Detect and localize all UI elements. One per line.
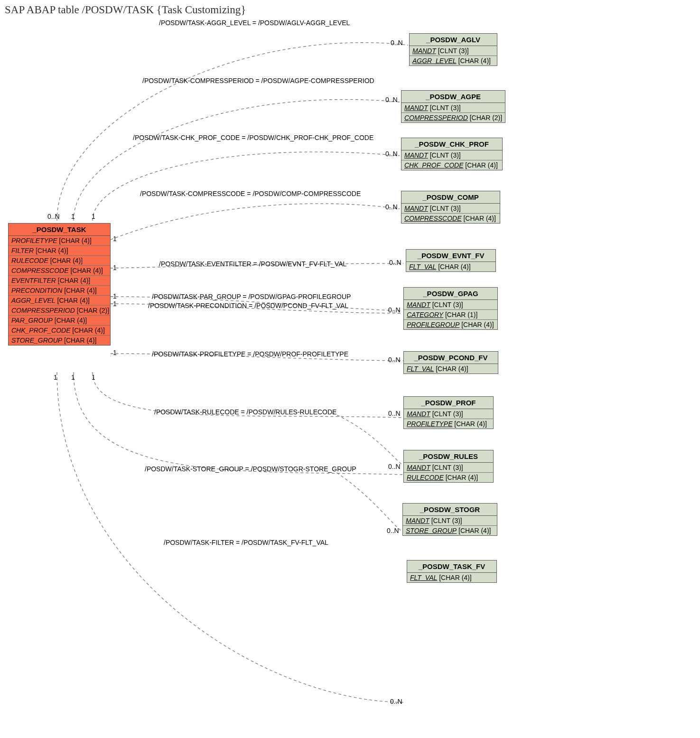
field-type: [CHAR (4)] [458, 57, 491, 65]
field-name: COMPRESSPERIOD [11, 307, 75, 314]
field-type: [CLNT (3)] [430, 205, 461, 212]
field-type: [CLNT (3)] [432, 410, 463, 418]
field-type: [CHAR (4)] [58, 277, 90, 284]
field-type: [CHAR (4)] [55, 317, 87, 324]
field-type: [CHAR (4)] [64, 336, 96, 344]
field-type: [CHAR (1)] [445, 311, 477, 318]
entity-header: _POSDW_PCOND_FV [404, 352, 498, 364]
cardinality: 1 [113, 235, 117, 243]
entity-header: _POSDW_COMP [401, 191, 500, 204]
cardinality: 1 [113, 349, 117, 356]
field-name: CHK_PROF_CODE [11, 327, 70, 334]
field-type: [CHAR (4)] [50, 257, 83, 264]
field-type: [CHAR (4)] [463, 215, 495, 222]
relationship-edges [0, 0, 700, 738]
cardinality: 0..N [385, 96, 398, 103]
field-name: STORE_GROUP [11, 336, 62, 344]
field-type: [CLNT (3)] [438, 47, 469, 55]
entity-header: _POSDW_CHK_PROF [401, 138, 502, 150]
field-name: MANDT [407, 410, 430, 418]
cardinality: 0..N [390, 698, 402, 705]
field-name: CHK_PROF_CODE [404, 161, 463, 169]
field-name: FLT_VAL [409, 263, 436, 271]
relation-label: /POSDW/TASK-RULECODE = /POSDW/RULES-RULE… [154, 408, 336, 416]
field-type: [CHAR (4)] [70, 267, 103, 274]
relation-label: /POSDW/TASK-PAR_GROUP = /POSDW/GPAG-PROF… [152, 293, 351, 300]
field-name: FLT_VAL [410, 574, 437, 581]
field-name: FLT_VAL [407, 365, 434, 373]
field-name: MANDT [404, 151, 428, 159]
entity-posdw-evnt-fv: _POSDW_EVNT_FV FLT_VAL [CHAR (4)] [406, 249, 496, 272]
cardinality: 1 [92, 213, 95, 220]
field-type: [CLNT (3)] [430, 104, 461, 112]
field-name: PROFILEGROUP [407, 321, 459, 328]
field-name: RULECODE [407, 474, 444, 481]
field-type: [CHAR (4)] [436, 365, 468, 373]
er-diagram: SAP ABAP table /POSDW/TASK {Task Customi… [0, 0, 700, 738]
field-type: [CHAR (4)] [458, 527, 491, 534]
entity-header: _POSDW_TASK_FV [407, 561, 496, 573]
relation-label: /POSDW/TASK-COMPRESSPERIOD = /POSDW/AGPE… [142, 77, 374, 84]
field-name: FILTER [11, 247, 34, 254]
field-name: MANDT [404, 104, 428, 112]
cardinality: 0..N [47, 213, 60, 220]
entity-header: _POSDW_TASK [9, 224, 110, 236]
field-type: [CHAR (4)] [57, 297, 90, 304]
entity-header: _POSDW_STOGR [403, 504, 497, 516]
field-name: AGGR_LEVEL [412, 57, 457, 65]
diagram-title: SAP ABAP table /POSDW/TASK {Task Customi… [5, 4, 246, 16]
field-name: AGGR_LEVEL [11, 297, 56, 304]
entity-posdw-comp: _POSDW_COMP MANDT [CLNT (3)] COMPRESSCOD… [401, 191, 500, 224]
cardinality: 0..N [388, 410, 401, 417]
entity-header: _POSDW_RULES [404, 450, 493, 463]
cardinality: 1 [113, 264, 117, 271]
field-type: [CLNT (3)] [432, 464, 463, 471]
cardinality: 0..N [385, 203, 398, 211]
entity-header: _POSDW_EVNT_FV [406, 250, 495, 262]
cardinality: 0..N [388, 306, 401, 314]
cardinality: 0..N [385, 150, 398, 158]
field-type: [CLNT (3)] [430, 151, 461, 159]
cardinality: 1 [113, 292, 117, 300]
field-name: PAR_GROUP [11, 317, 53, 324]
entity-posdw-task: _POSDW_TASK PROFILETYPE [CHAR (4)] FILTE… [8, 223, 111, 346]
entity-posdw-task-fv: _POSDW_TASK_FV FLT_VAL [CHAR (4)] [407, 560, 497, 583]
field-type: [CHAR (2)] [77, 307, 109, 314]
field-name: MANDT [404, 205, 428, 212]
cardinality: 0..N [391, 39, 403, 47]
entity-header: _POSDW_PROF [404, 397, 493, 409]
entity-posdw-chk-prof: _POSDW_CHK_PROF MANDT [CLNT (3)] CHK_PRO… [401, 138, 503, 170]
relation-label: /POSDW/TASK-FILTER = /POSDW/TASK_FV-FLT_… [164, 539, 328, 546]
cardinality: 0..N [388, 463, 401, 470]
cardinality: 0..N [389, 259, 401, 266]
field-type: [CHAR (2)] [470, 114, 502, 121]
field-name: MANDT [406, 517, 429, 524]
cardinality: 1 [71, 213, 75, 220]
entity-posdw-pcond-fv: _POSDW_PCOND_FV FLT_VAL [CHAR (4)] [403, 351, 498, 374]
field-name: MANDT [407, 301, 430, 308]
field-type: [CHAR (4)] [439, 574, 471, 581]
field-name: COMPRESSCODE [11, 267, 69, 274]
field-type: [CHAR (4)] [438, 263, 470, 271]
relation-label: /POSDW/TASK-COMPRESSCODE = /POSDW/COMP-C… [140, 190, 361, 197]
entity-header: _POSDW_AGPE [401, 91, 505, 103]
relation-label: /POSDW/TASK-PROFILETYPE = /POSDW/PROF-PR… [152, 350, 348, 358]
field-name: STORE_GROUP [406, 527, 457, 534]
entity-header: _POSDW_GPAG [404, 288, 497, 300]
entity-posdw-rules: _POSDW_RULES MANDT [CLNT (3)] RULECODE [… [403, 450, 494, 483]
entity-posdw-aglv: _POSDW_AGLV MANDT [CLNT (3)] AGGR_LEVEL … [409, 33, 497, 66]
field-type: [CHAR (4)] [59, 237, 91, 244]
field-type: [CHAR (4)] [72, 327, 104, 334]
entity-header: _POSDW_AGLV [410, 34, 497, 46]
entity-posdw-prof: _POSDW_PROF MANDT [CLNT (3)] PROFILETYPE… [403, 396, 494, 429]
field-type: [CHAR (4)] [446, 474, 478, 481]
field-type: [CHAR (4)] [36, 247, 68, 254]
relation-label: /POSDW/TASK-AGGR_LEVEL = /POSDW/AGLV-AGG… [159, 19, 350, 27]
cardinality: 0..N [387, 527, 399, 534]
entity-posdw-agpe: _POSDW_AGPE MANDT [CLNT (3)] COMPRESSPER… [401, 90, 505, 123]
field-name: EVENTFILTER [11, 277, 56, 284]
field-name: PRECONDITION [11, 287, 62, 294]
cardinality: 1 [71, 374, 75, 381]
field-type: [CHAR (4)] [454, 420, 486, 428]
field-name: MANDT [407, 464, 430, 471]
